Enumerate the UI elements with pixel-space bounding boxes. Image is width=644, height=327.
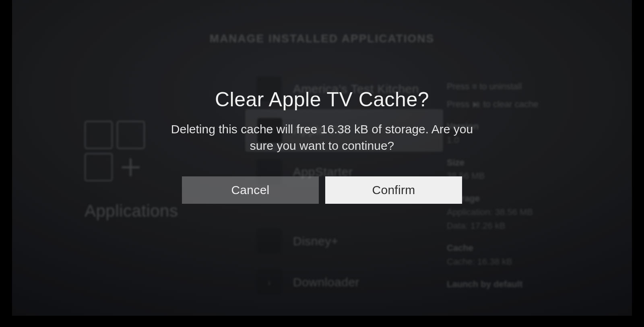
confirm-button[interactable]: Confirm [325,176,462,204]
dialog-title: Clear Apple TV Cache? [215,88,429,111]
dialog-message: Deleting this cache will free 16.38 kB o… [165,121,479,154]
screen: MANAGE INSTALLED APPLICATIONS Applicatio… [12,0,632,316]
dialog-button-row: Cancel Confirm [182,176,462,204]
clear-cache-dialog: Clear Apple TV Cache? Deleting this cach… [12,0,632,316]
cancel-button[interactable]: Cancel [182,176,319,204]
